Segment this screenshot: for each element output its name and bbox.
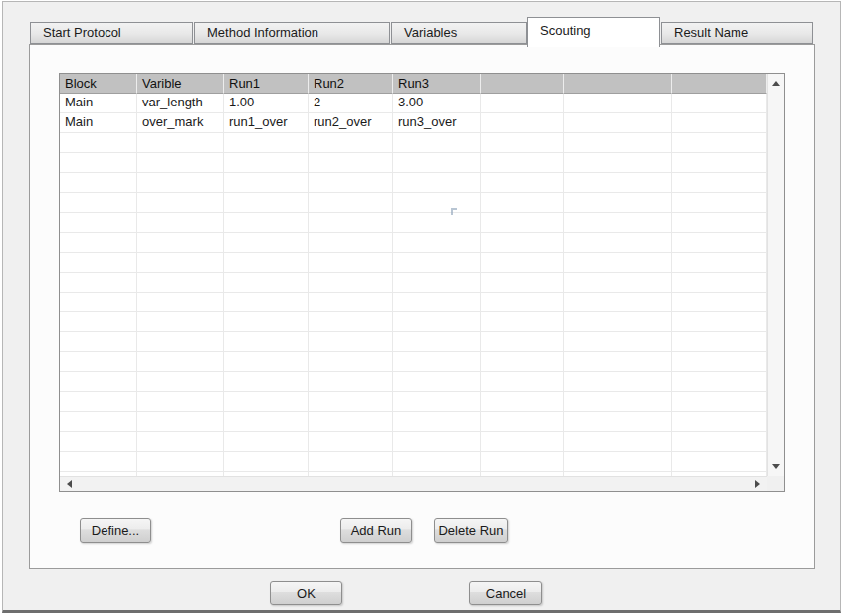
table-cell	[60, 412, 137, 432]
table-row-empty	[60, 173, 767, 193]
table-cell	[481, 432, 564, 452]
table-cell	[564, 432, 672, 452]
table-cell	[564, 312, 672, 332]
table-cell	[393, 352, 481, 372]
table-cell[interactable]: Main	[60, 113, 137, 133]
table-cell[interactable]	[481, 113, 564, 133]
delete-run-button[interactable]: Delete Run	[434, 518, 508, 543]
table-cell	[564, 213, 672, 233]
table-row-empty	[60, 253, 767, 273]
table-cell[interactable]: run2_over	[309, 113, 393, 133]
table-cell	[309, 352, 393, 372]
define-button[interactable]: Define...	[80, 518, 151, 543]
scroll-left-icon[interactable]	[67, 480, 72, 488]
tab-start-protocol[interactable]: Start Protocol	[30, 22, 193, 44]
add-run-button[interactable]: Add Run	[340, 518, 412, 543]
table-cell	[137, 432, 224, 452]
table-cell	[564, 253, 672, 273]
table-cell	[224, 432, 309, 452]
table-cell	[309, 312, 393, 332]
vertical-scrollbar[interactable]	[767, 74, 784, 476]
table-cell	[672, 153, 767, 173]
table-cell	[60, 332, 137, 352]
table-cell	[309, 233, 393, 253]
scouting-table: BlockVaribleRun1Run2Run3 Mainvar_length1…	[59, 73, 785, 492]
table-cell	[60, 233, 137, 253]
table-row-empty	[60, 392, 767, 412]
table-cell	[564, 452, 672, 472]
table-row-empty	[60, 213, 767, 233]
table-cell	[481, 372, 564, 392]
table-cell	[309, 253, 393, 273]
table-cell	[137, 213, 224, 233]
table-cell	[393, 432, 481, 452]
table-cell	[672, 233, 767, 253]
cancel-button[interactable]: Cancel	[469, 581, 542, 605]
table-body: Mainvar_length1.0023.00Mainover_markrun1…	[60, 94, 767, 476]
table-cell[interactable]	[481, 94, 564, 113]
table-cell	[672, 273, 767, 293]
table-cell	[393, 233, 481, 253]
table-row-empty	[60, 372, 767, 392]
table-cell	[481, 273, 564, 293]
table-cell[interactable]	[672, 94, 767, 113]
table-cell	[393, 193, 481, 213]
table-row: Mainover_markrun1_overrun2_overrun3_over	[60, 113, 767, 133]
table-cell[interactable]: 2	[309, 94, 393, 113]
table-cell	[672, 392, 767, 412]
table-cell	[60, 452, 137, 472]
table-cell	[309, 173, 393, 193]
table-cell[interactable]: var_length	[137, 94, 224, 113]
scroll-down-icon[interactable]	[772, 464, 780, 469]
table-cell[interactable]	[564, 94, 672, 113]
table-row-empty	[60, 312, 767, 332]
table-cell	[309, 213, 393, 233]
table-cell	[564, 153, 672, 173]
table-cell	[481, 213, 564, 233]
table-cell	[137, 133, 224, 153]
table-cell	[672, 352, 767, 372]
table-cell	[137, 392, 224, 412]
table-cell[interactable]: 3.00	[393, 94, 481, 113]
horizontal-scrollbar[interactable]	[60, 476, 767, 491]
table-cell	[564, 332, 672, 352]
dialog-window: Start ProtocolMethod InformationVariable…	[2, 1, 841, 613]
table-cell	[481, 412, 564, 432]
column-header-run2: Run2	[309, 74, 393, 94]
tab-method-information[interactable]: Method Information	[194, 22, 390, 44]
table-cell	[309, 273, 393, 293]
table-cell[interactable]: run3_over	[393, 113, 481, 133]
table-row-empty	[60, 133, 767, 153]
table-cell	[481, 193, 564, 213]
table-cell	[60, 193, 137, 213]
table-cell	[672, 452, 767, 472]
table-cell	[224, 352, 309, 372]
table-cell	[309, 392, 393, 412]
scroll-up-icon[interactable]	[772, 81, 780, 86]
table-cell	[672, 432, 767, 452]
table-cell	[481, 332, 564, 352]
table-cell[interactable]	[564, 113, 672, 133]
table-cell	[309, 372, 393, 392]
table-cell[interactable]	[672, 113, 767, 133]
table-cell	[672, 312, 767, 332]
tab-result-name[interactable]: Result Name	[661, 22, 813, 44]
table-cell[interactable]: 1.00	[224, 94, 309, 113]
table-cell	[393, 412, 481, 432]
table-cell	[309, 432, 393, 452]
table-cell	[224, 133, 309, 153]
table-cell	[481, 153, 564, 173]
ok-button[interactable]: OK	[270, 581, 342, 605]
table-cell	[393, 153, 481, 173]
table-row: Mainvar_length1.0023.00	[60, 94, 767, 113]
table-cell[interactable]: Main	[60, 94, 137, 113]
table-cell[interactable]: over_mark	[137, 113, 224, 133]
tab-scouting[interactable]: Scouting	[528, 17, 660, 47]
tab-page-scouting: BlockVaribleRun1Run2Run3 Mainvar_length1…	[29, 44, 815, 569]
scroll-right-icon[interactable]	[755, 480, 760, 488]
table-cell	[224, 332, 309, 352]
table-cell[interactable]: run1_over	[224, 113, 309, 133]
table-cell	[224, 293, 309, 312]
table-cell	[309, 332, 393, 352]
tab-variables[interactable]: Variables	[391, 22, 527, 44]
